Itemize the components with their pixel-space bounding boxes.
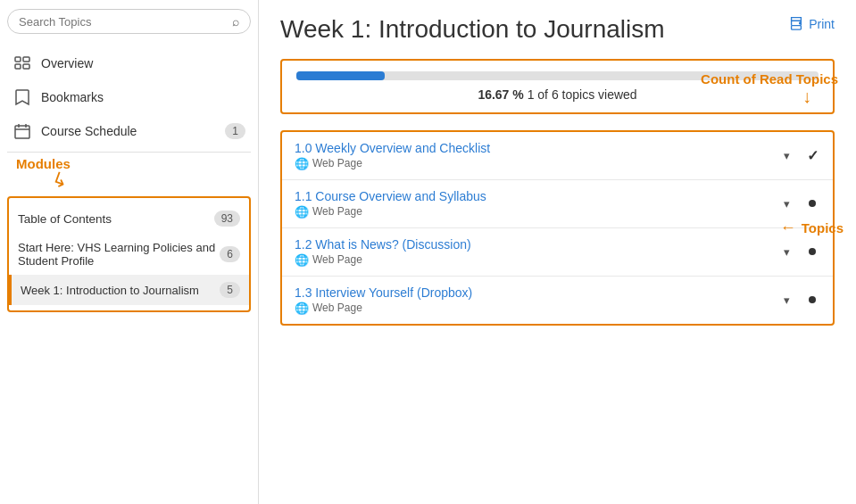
topic-status-1-0: ✓ [794,147,820,164]
topics-wrapper: 1.0 Weekly Overview and Checklist 🌐 Web … [280,130,835,326]
topic-status-1-1 [794,200,820,207]
topic-chevron-1-3[interactable]: ▾ [780,290,794,310]
status-dot-icon [809,200,816,207]
topic-info: 1.0 Weekly Overview and Checklist 🌐 Web … [295,141,780,170]
topic-link-1-2[interactable]: 1.2 What is News? (Discussion) [295,237,471,252]
bookmark-icon [12,87,32,107]
printer-icon [788,14,804,34]
globe-icon: 🌐 [295,205,309,219]
topic-link-1-1[interactable]: 1.1 Course Overview and Syllabus [295,189,486,203]
toc-header-label: Table of Contents [18,212,112,226]
svg-rect-2 [23,57,29,62]
svg-rect-0 [15,57,21,62]
globe-icon: 🌐 [295,157,309,170]
svg-rect-1 [15,64,21,69]
page-header: Week 1: Introduction to Journalism Print [280,14,835,45]
divider [7,152,251,153]
toc-start-here-label: Start Here: VHS Learning Policies and St… [18,241,220,268]
sidebar-item-bookmarks[interactable]: Bookmarks [7,80,251,114]
topic-type-1-3: 🌐 Web Page [295,302,780,315]
search-icon: ⌕ [232,14,239,29]
toc-start-here-item[interactable]: Start Here: VHS Learning Policies and St… [9,234,249,275]
toc-week1-badge: 5 [220,282,240,298]
search-input[interactable] [19,15,232,29]
modules-annotation: Modules ↳ [7,156,251,193]
topic-chevron-1-0[interactable]: ▾ [780,145,794,166]
toc-section: Table of Contents 93 Start Here: VHS Lea… [7,196,251,312]
topic-status-1-2 [794,248,820,255]
status-dot-icon [809,248,816,255]
sidebar-item-course-schedule[interactable]: Course Schedule 1 [7,114,251,148]
globe-icon: 🌐 [295,302,309,315]
calendar-icon [12,121,32,141]
progress-percent: 16.67 % [478,87,523,102]
overview-icon [12,54,32,73]
progress-text: 16.67 % 1 of 6 topics viewed [296,87,819,102]
progress-bar-background [296,71,819,80]
sidebar-item-overview[interactable]: Overview [7,46,251,80]
topic-type-1-2: 🌐 Web Page [295,253,780,267]
topic-info: 1.3 Interview Yourself (Dropbox) 🌐 Web P… [295,285,780,315]
sidebar-overview-label: Overview [41,56,93,70]
topic-row: 1.1 Course Overview and Syllabus 🌐 Web P… [282,180,833,228]
modules-arrow-icon: ↳ [49,169,71,194]
toc-start-here-badge: 6 [220,246,240,262]
sidebar-bookmarks-label: Bookmarks [41,90,104,104]
page-title: Week 1: Introduction to Journalism [280,14,665,45]
main-content: Week 1: Introduction to Journalism Print… [259,0,856,504]
progress-box: 16.67 % 1 of 6 topics viewed [280,59,835,114]
sidebar: ⌕ Overview Bookmarks [0,0,259,504]
topic-row: 1.2 What is News? (Discussion) 🌐 Web Pag… [282,228,833,277]
topic-chevron-1-1[interactable]: ▾ [780,194,794,214]
globe-icon: 🌐 [295,253,309,267]
topic-info: 1.1 Course Overview and Syllabus 🌐 Web P… [295,189,780,219]
toc-badge: 93 [214,211,240,227]
topic-type-1-1: 🌐 Web Page [295,205,780,219]
print-label: Print [809,17,835,31]
progress-description: 1 of 6 topics viewed [528,87,637,102]
topic-info: 1.2 What is News? (Discussion) 🌐 Web Pag… [295,237,780,267]
topic-link-1-3[interactable]: 1.3 Interview Yourself (Dropbox) [295,285,472,300]
svg-point-9 [800,22,802,24]
svg-rect-3 [23,64,29,69]
svg-rect-8 [792,26,802,29]
topic-chevron-1-2[interactable]: ▾ [780,242,794,262]
sidebar-schedule-label: Course Schedule [41,124,216,138]
topic-status-1-3 [794,296,820,303]
search-bar[interactable]: ⌕ [7,9,251,34]
svg-rect-4 [15,126,29,138]
topic-row: 1.3 Interview Yourself (Dropbox) 🌐 Web P… [282,277,833,324]
toc-week1-label: Week 1: Introduction to Journalism [21,284,220,297]
status-dot-icon [809,296,816,303]
toc-header-item[interactable]: Table of Contents 93 [9,203,249,234]
topics-list: 1.0 Weekly Overview and Checklist 🌐 Web … [280,130,835,326]
toc-week1-item[interactable]: Week 1: Introduction to Journalism 5 [9,275,249,305]
topic-link-1-0[interactable]: 1.0 Weekly Overview and Checklist [295,141,490,155]
topic-type-1-0: 🌐 Web Page [295,157,780,170]
progress-bar-fill [296,71,385,80]
checkmark-icon: ✓ [807,147,819,164]
topic-row: 1.0 Weekly Overview and Checklist 🌐 Web … [282,132,833,180]
course-schedule-badge: 1 [225,123,245,139]
print-button[interactable]: Print [788,14,835,34]
